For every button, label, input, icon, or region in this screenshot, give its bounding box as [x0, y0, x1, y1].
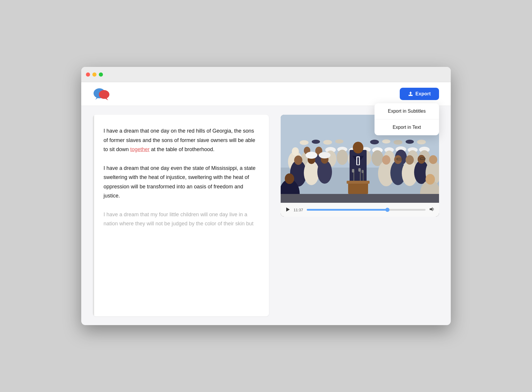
- svg-rect-53: [348, 182, 368, 194]
- transcript-paragraph-1: I have a dream that one day on the red h…: [104, 126, 258, 154]
- paragraph2-text: I have a dream that one day even the sta…: [104, 165, 255, 199]
- svg-point-64: [429, 155, 437, 164]
- transcript-paragraph-2: I have a dream that one day even the sta…: [104, 164, 258, 201]
- svg-point-72: [312, 140, 320, 144]
- svg-point-44: [353, 142, 363, 153]
- export-icon: [408, 91, 413, 97]
- maximize-button[interactable]: [99, 72, 103, 77]
- svg-rect-50: [358, 168, 361, 172]
- progress-fill: [307, 209, 388, 211]
- svg-point-39: [306, 152, 317, 159]
- svg-rect-48: [352, 169, 354, 173]
- svg-rect-52: [362, 170, 364, 173]
- svg-point-56: [382, 155, 390, 165]
- svg-rect-54: [347, 181, 370, 184]
- svg-point-74: [335, 139, 343, 143]
- progress-thumb[interactable]: [385, 208, 389, 212]
- svg-point-71: [300, 140, 309, 145]
- play-button[interactable]: [285, 207, 290, 213]
- export-text-option[interactable]: Export in Text: [375, 119, 439, 135]
- main-content: I have a dream that one day on the red h…: [81, 106, 451, 325]
- svg-point-12: [292, 147, 299, 156]
- svg-rect-8: [409, 95, 413, 96]
- svg-rect-80: [281, 194, 439, 203]
- svg-point-76: [382, 139, 390, 143]
- svg-point-37: [304, 160, 319, 185]
- svg-point-77: [394, 140, 402, 145]
- svg-point-62: [418, 155, 425, 164]
- video-controls: 11:37: [281, 203, 439, 217]
- svg-marker-81: [286, 207, 290, 212]
- export-button[interactable]: Export: [400, 88, 439, 100]
- export-subtitles-option[interactable]: Export in Subtitles: [375, 103, 439, 119]
- traffic-lights: [86, 72, 103, 77]
- svg-point-75: [370, 140, 379, 144]
- svg-point-66: [285, 173, 294, 184]
- svg-point-60: [406, 155, 414, 165]
- text-panel: I have a dream that one day on the red h…: [93, 115, 269, 316]
- close-button[interactable]: [86, 72, 90, 77]
- svg-point-58: [394, 155, 402, 164]
- svg-point-68: [426, 174, 435, 185]
- svg-point-78: [406, 140, 414, 144]
- paragraph1-after: at the table of brotherhood.: [150, 146, 214, 152]
- export-button-label: Export: [416, 91, 431, 97]
- highlight-together: together: [130, 146, 150, 152]
- app-window: Export Export in Subtitles Export in Tex…: [81, 67, 451, 325]
- svg-point-42: [319, 152, 331, 158]
- progress-bar[interactable]: [307, 209, 426, 211]
- transcript-content: I have a dream that one day on the red h…: [104, 126, 258, 229]
- svg-point-2: [99, 90, 109, 99]
- header: Export Export in Subtitles Export in Tex…: [81, 82, 451, 106]
- minimize-button[interactable]: [92, 72, 96, 77]
- paragraph3-text: I have a dream that my four little child…: [104, 212, 253, 227]
- logo: [93, 87, 110, 101]
- titlebar: [81, 67, 451, 82]
- export-dropdown: Export in Subtitles Export in Text: [375, 103, 439, 135]
- svg-point-79: [417, 140, 426, 144]
- svg-point-20: [337, 150, 348, 165]
- svg-marker-82: [430, 207, 433, 211]
- time-display: 11:37: [294, 208, 303, 212]
- scroll-indicator: [93, 115, 94, 316]
- svg-rect-46: [357, 157, 359, 165]
- transcript-paragraph-3: I have a dream that my four little child…: [104, 210, 258, 229]
- video-panel: 11:37: [281, 115, 439, 316]
- logo-icon: [93, 87, 110, 101]
- svg-point-73: [323, 140, 332, 145]
- svg-point-36: [294, 156, 302, 165]
- volume-button[interactable]: [429, 207, 434, 213]
